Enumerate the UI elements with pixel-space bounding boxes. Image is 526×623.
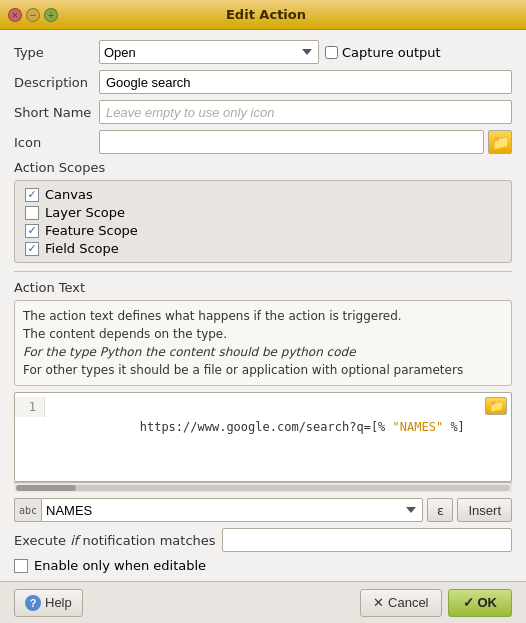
names-prefix: abc [14,498,41,522]
type-label: Type [14,45,99,60]
divider [14,271,512,272]
names-row: abc NAMES ε Insert [14,498,512,522]
action-text-title: Action Text [14,280,512,295]
capture-output-label: Capture output [342,45,441,60]
scope-layer-label: Layer Scope [45,205,125,220]
help-icon: ? [25,595,41,611]
icon-row: Icon 📁 [14,130,512,154]
execute-row: Execute if notification matches [14,528,512,552]
names-select-group: abc NAMES [14,498,423,522]
action-scopes-title: Action Scopes [14,160,512,175]
names-select[interactable]: NAMES [41,498,423,522]
icon-label: Icon [14,135,99,150]
window-controls[interactable]: × − + [8,8,58,22]
help-label: Help [45,595,72,610]
code-var-part: "NAMES" [393,420,444,434]
scope-canvas-label: Canvas [45,187,93,202]
action-text-section: Action Text The action text defines what… [14,280,512,492]
scrollbar-thumb [16,485,76,491]
execute-input[interactable] [222,528,512,552]
description-input[interactable] [99,70,512,94]
cancel-icon: ✕ [373,595,384,610]
scope-layer-row: Layer Scope [25,205,501,220]
scope-feature-checkbox[interactable] [25,224,39,238]
desc-line-2: The content depends on the type. [23,325,503,343]
minimize-button[interactable]: − [26,8,40,22]
cancel-button[interactable]: ✕ Cancel [360,589,441,617]
scope-layer-checkbox[interactable] [25,206,39,220]
description-label: Description [14,75,99,90]
ok-icon: ✓ [463,595,474,610]
capture-output-wrap: Capture output [325,45,441,60]
code-line-1: 1 https://www.google.com/search?q=[% "NA… [15,393,511,461]
scope-field-label: Field Scope [45,241,119,256]
shortname-row: Short Name [14,100,512,124]
editor-folder-button[interactable]: 📁 [485,397,507,415]
desc-line-1: The action text defines what happens if … [23,307,503,325]
scope-feature-label: Feature Scope [45,223,138,238]
action-scopes-panel: Canvas Layer Scope Feature Scope Field S… [14,180,512,263]
code-content-1: https://www.google.com/search?q=[% "NAME… [45,397,473,457]
dialog-content: Type Open Python Shell Command Capture o… [0,30,526,623]
execute-label: Execute if notification matches [14,533,216,548]
scrollbar-area [14,482,512,492]
cancel-label: Cancel [388,595,428,610]
type-control: Open Python Shell Command Capture output [99,40,512,64]
help-button[interactable]: ? Help [14,589,83,617]
code-url-part: https://www.google.com/search?q=[% [140,420,393,434]
folder-icon: 📁 [492,134,509,150]
ok-button[interactable]: ✓ OK [448,589,513,617]
shortname-label: Short Name [14,105,99,120]
maximize-button[interactable]: + [44,8,58,22]
code-editor[interactable]: 1 https://www.google.com/search?q=[% "NA… [14,392,512,482]
desc-line-3: For the type Python the content should b… [23,343,503,361]
insert-button[interactable]: Insert [457,498,512,522]
scope-field-row: Field Scope [25,241,501,256]
enable-editable-label: Enable only when editable [34,558,206,573]
icon-control: 📁 [99,130,512,154]
action-text-description: The action text defines what happens if … [14,300,512,386]
code-end-part: %] [443,420,465,434]
close-button[interactable]: × [8,8,22,22]
desc-line-4: For other types it should be a file or a… [23,361,503,379]
type-select[interactable]: Open Python Shell Command [99,40,319,64]
bottom-bar: ? Help ✕ Cancel ✓ OK [0,581,526,623]
epsilon-button[interactable]: ε [427,498,453,522]
dialog-title: Edit Action [64,7,468,22]
ok-label: OK [478,595,498,610]
enable-row: Enable only when editable [14,558,512,573]
icon-input[interactable] [99,130,484,154]
capture-output-checkbox[interactable] [325,46,338,59]
description-control [99,70,512,94]
type-row: Type Open Python Shell Command Capture o… [14,40,512,64]
scope-field-checkbox[interactable] [25,242,39,256]
description-row: Description [14,70,512,94]
title-bar: × − + Edit Action [0,0,526,30]
editor-folder-wrap: 📁 [485,397,507,415]
scope-feature-row: Feature Scope [25,223,501,238]
shortname-control [99,100,512,124]
shortname-input[interactable] [99,100,512,124]
scope-canvas-checkbox[interactable] [25,188,39,202]
enable-editable-checkbox[interactable] [14,559,28,573]
icon-folder-button[interactable]: 📁 [488,130,512,154]
horizontal-scrollbar[interactable] [16,485,510,491]
line-number-1: 1 [15,397,45,417]
code-editor-wrap: 1 https://www.google.com/search?q=[% "NA… [14,392,512,492]
scope-canvas-row: Canvas [25,187,501,202]
